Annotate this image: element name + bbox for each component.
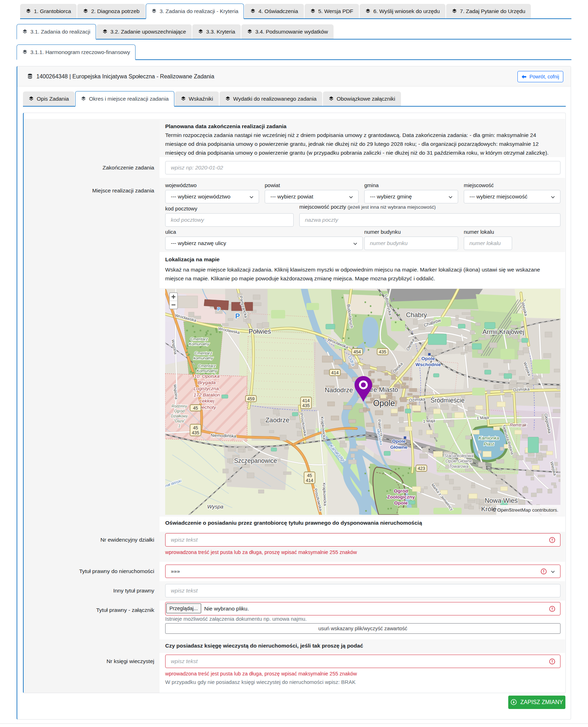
svg-text:komunalny: komunalny — [193, 356, 214, 360]
svg-text:Nadodrze: Nadodrze — [325, 386, 353, 394]
svg-text:Komunalny: Komunalny — [189, 342, 210, 346]
svg-text:Kamionka: Kamionka — [479, 435, 499, 441]
svg-text:45: 45 — [193, 406, 198, 411]
svg-text:Opole: Opole — [373, 399, 395, 408]
svg-text:Brygada: Brygada — [198, 380, 216, 385]
svg-text:Armii Krajowej: Armii Krajowej — [482, 328, 524, 335]
svg-text:10. Opolska: 10. Opolska — [194, 374, 220, 379]
svg-text:Półwieś: Półwieś — [248, 328, 271, 335]
svg-text:Zoologiczny: Zoologiczny — [387, 494, 415, 500]
svg-text:172.Batalion: 172.Batalion — [193, 392, 220, 398]
svg-text:Cmentarz: Cmentarz — [194, 351, 212, 355]
svg-text:Cmentarz: Cmentarz — [190, 337, 208, 341]
svg-text:1 Maja: 1 Maja — [423, 418, 436, 423]
svg-text:1: 1 — [178, 424, 180, 428]
svg-text:Chabry: Chabry — [406, 311, 427, 318]
svg-text:45: 45 — [193, 425, 198, 430]
svg-text:"Oaza": "Oaza" — [174, 419, 186, 423]
svg-text:Ozimska: Ozimska — [513, 387, 530, 392]
svg-text:P: P — [235, 312, 240, 320]
svg-text:Ogród: Ogród — [174, 409, 185, 413]
svg-text:© OpenStreetMap contributors.: © OpenStreetMap contributors. — [492, 507, 558, 513]
svg-text:Wyspa: Wyspa — [207, 503, 223, 510]
svg-text:Remtrak: Remtrak — [510, 423, 527, 428]
svg-text:Działkowy: Działkowy — [171, 414, 188, 418]
svg-text:Stacja kolejowa: Stacja kolejowa — [444, 453, 474, 458]
svg-text:Główne: Główne — [390, 445, 408, 450]
svg-text:Niemodlińska: Niemodlińska — [211, 433, 236, 439]
svg-text:Ogród: Ogród — [394, 488, 408, 494]
svg-text:Opole: Opole — [392, 439, 406, 444]
svg-text:423: 423 — [418, 466, 425, 471]
svg-text:Nowa Wieś: Nowa Wieś — [485, 497, 518, 504]
svg-text:Logistyczna,: Logistyczna, — [193, 386, 220, 391]
svg-text:Lekkiej: Lekkiej — [199, 398, 215, 404]
svg-text:Towarowa: Towarowa — [449, 464, 469, 469]
svg-text:Śródmieście: Śródmieście — [431, 397, 464, 404]
svg-text:414: 414 — [302, 398, 310, 403]
svg-text:435: 435 — [379, 350, 386, 354]
svg-text:Zaodrze: Zaodrze — [265, 416, 289, 424]
svg-text:Opole: Opole — [394, 500, 408, 506]
svg-text:459: 459 — [247, 397, 255, 401]
svg-text:435: 435 — [302, 403, 310, 408]
svg-text:45: 45 — [307, 473, 312, 478]
svg-text:P: P — [217, 306, 221, 312]
svg-text:454: 454 — [354, 350, 361, 354]
svg-text:Wschodnie: Wschodnie — [415, 362, 441, 367]
svg-text:Rodzinny: Rodzinny — [172, 404, 187, 408]
svg-text:Opole Główne: Opole Główne — [445, 459, 472, 464]
svg-text:414: 414 — [331, 370, 339, 375]
svg-text:Piast: Piast — [484, 441, 494, 447]
svg-text:414: 414 — [306, 478, 313, 483]
svg-text:1 Maja: 1 Maja — [476, 415, 489, 420]
svg-text:Cmentarz: Cmentarz — [198, 364, 216, 368]
svg-text:Szczepanowice: Szczepanowice — [234, 457, 277, 464]
svg-text:Komunalny: Komunalny — [197, 369, 217, 373]
svg-text:435: 435 — [192, 430, 199, 435]
svg-text:Opole: Opole — [421, 356, 435, 361]
